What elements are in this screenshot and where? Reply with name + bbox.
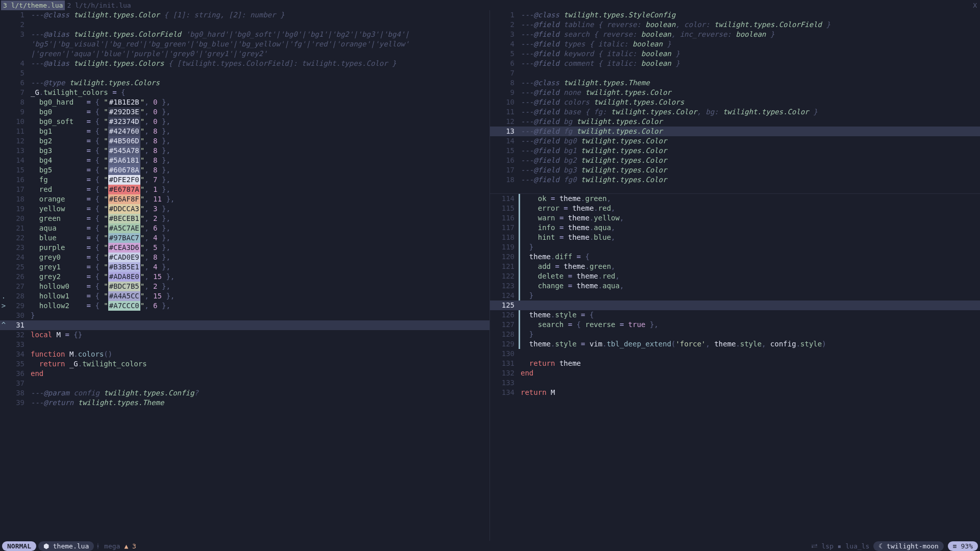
line-content[interactable]: function M.colors() <box>31 349 489 359</box>
code-line[interactable]: 13---@field fg twilight.types.Color <box>490 127 980 136</box>
code-line[interactable]: 19 yellow = { "#DDCCA3", 3 }, <box>0 204 489 214</box>
line-content[interactable]: blue = { "#97BAC7", 4 }, <box>31 233 489 243</box>
line-content[interactable]: ---@field bg2 twilight.types.Color <box>521 156 980 165</box>
line-content[interactable]: _G.twilight_colors = { <box>31 88 489 97</box>
code-line[interactable]: 11 bg1 = { "#424760", 8 }, <box>0 127 489 136</box>
code-line[interactable]: ^31 <box>0 320 489 330</box>
code-line[interactable]: 7 <box>490 68 980 78</box>
code-line[interactable]: 39---@return twilight.types.Theme <box>0 398 489 408</box>
line-content[interactable]: error = theme.red, <box>519 204 980 213</box>
right-top-code[interactable]: 1---@class twilight.types.StyleConfig2--… <box>490 10 980 185</box>
line-content[interactable]: end <box>521 368 980 378</box>
code-line[interactable]: 116 warn = theme.yellow, <box>490 213 980 223</box>
code-line[interactable]: 24 grey0 = { "#CAD0E9", 8 }, <box>0 253 489 262</box>
line-content[interactable]: ---@field search { reverse: boolean, inc… <box>521 30 980 39</box>
line-content[interactable]: grey0 = { "#CAD0E9", 8 }, <box>31 253 489 262</box>
line-content[interactable]: hollow0 = { "#BDC7B5", 2 }, <box>31 282 489 291</box>
code-line[interactable]: 2---@field tabline { reverse: boolean, c… <box>490 20 980 30</box>
line-content[interactable]: ---@field fg twilight.types.Color <box>521 127 980 136</box>
code-line[interactable]: 23 purple = { "#CEA3D6", 5 }, <box>0 243 489 253</box>
line-content[interactable]: local M = {} <box>31 330 489 340</box>
code-line[interactable]: 14---@field bg0 twilight.types.Color <box>490 136 980 146</box>
code-line[interactable]: 133 <box>490 378 980 388</box>
code-line[interactable]: 125 <box>490 300 980 310</box>
line-content[interactable]: add = theme.green, <box>519 262 980 271</box>
left-pane[interactable]: 1---@class twilight.types.Color { [1]: s… <box>0 10 490 541</box>
code-line[interactable]: 117 info = theme.aqua, <box>490 223 980 233</box>
line-content[interactable]: ---@alias twilight.types.ColorField 'bg0… <box>31 30 489 39</box>
line-content[interactable]: ---@class twilight.types.Theme <box>521 78 980 88</box>
line-content[interactable]: ---@field colors twilight.types.Colors <box>521 97 980 107</box>
line-content[interactable]: } <box>31 311 489 320</box>
code-line[interactable]: 119 } <box>490 242 980 252</box>
line-content[interactable]: ---@param config twilight.types.Config? <box>31 388 489 398</box>
line-content[interactable]: bg4 = { "#5A6181", 8 }, <box>31 156 489 165</box>
line-content[interactable]: ---@alias twilight.types.Colors { [twili… <box>31 59 489 68</box>
tab-1[interactable]: 3 l/t/theme.lua <box>1 1 65 10</box>
tab-close-icon[interactable]: X <box>973 1 980 10</box>
file-pill[interactable]: ⬢ theme.lua <box>38 541 94 551</box>
code-line[interactable]: .28 hollow1 = { "#A4A5CC", 15 }, <box>0 291 489 301</box>
code-line[interactable]: 38---@param config twilight.types.Config… <box>0 388 489 398</box>
line-content[interactable]: ---@field tabline { reverse: boolean, co… <box>521 20 980 30</box>
code-line[interactable]: 3---@field search { reverse: boolean, in… <box>490 30 980 39</box>
line-content[interactable]: } <box>519 291 980 300</box>
code-line[interactable]: 118 hint = theme.blue, <box>490 233 980 242</box>
line-content[interactable]: theme.style = vim.tbl_deep_extend('force… <box>519 339 980 349</box>
code-line[interactable]: 131 return theme <box>490 359 980 368</box>
line-content[interactable]: warn = theme.yellow, <box>519 213 980 223</box>
code-line[interactable]: 1---@class twilight.types.Color { [1]: s… <box>0 10 489 20</box>
line-content[interactable]: end <box>31 369 489 379</box>
code-line[interactable]: 9---@field none twilight.types.Color <box>490 88 980 97</box>
line-content[interactable]: bg3 = { "#545A78", 8 }, <box>31 146 489 156</box>
code-line[interactable]: 122 delete = theme.red, <box>490 271 980 281</box>
code-line[interactable]: 4---@alias twilight.types.Colors { [twil… <box>0 59 489 68</box>
code-line[interactable]: 17---@field bg3 twilight.types.Color <box>490 165 980 175</box>
code-line[interactable]: 114 ok = theme.green, <box>490 194 980 204</box>
code-line[interactable]: >29 hollow2 = { "#A7CCC0", 6 }, <box>0 301 489 311</box>
colorscheme-pill[interactable]: ☾ twilight-moon <box>873 541 943 551</box>
code-line[interactable]: 36end <box>0 369 489 379</box>
line-content[interactable]: fg = { "#DFE2F0", 7 }, <box>31 175 489 185</box>
code-line[interactable]: 9 bg0 = { "#292D3E", 0 }, <box>0 107 489 117</box>
line-content[interactable]: info = theme.aqua, <box>519 223 980 233</box>
code-line[interactable]: 30} <box>0 311 489 320</box>
code-line[interactable]: 25 grey1 = { "#B3B5E1", 4 }, <box>0 262 489 272</box>
code-line[interactable]: 7_G.twilight_colors = { <box>0 88 489 97</box>
code-line[interactable]: 5 <box>0 68 489 78</box>
code-line[interactable]: 123 change = theme.aqua, <box>490 281 980 291</box>
line-content[interactable]: ---@field fg0 twilight.types.Color <box>521 175 980 185</box>
line-content[interactable]: orange = { "#E6AF8F", 11 }, <box>31 194 489 204</box>
line-content[interactable] <box>521 378 980 388</box>
line-content[interactable]: ---@class twilight.types.StyleConfig <box>521 10 980 20</box>
code-line[interactable]: 32local M = {} <box>0 330 489 340</box>
line-content[interactable]: yellow = { "#DDCCA3", 3 }, <box>31 204 489 214</box>
line-content[interactable]: bg5 = { "#60678A", 8 }, <box>31 165 489 175</box>
code-line[interactable]: 1---@class twilight.types.StyleConfig <box>490 10 980 20</box>
code-line[interactable]: 26 grey2 = { "#ADA8E0", 15 }, <box>0 272 489 282</box>
code-line[interactable]: 8 bg0_hard = { "#1B1E2B", 0 }, <box>0 97 489 107</box>
code-line[interactable]: 3---@alias twilight.types.ColorField 'bg… <box>0 30 489 39</box>
line-content[interactable]: red = { "#E6787A", 1 }, <box>31 185 489 194</box>
code-line[interactable]: 16 fg = { "#DFE2F0", 7 }, <box>0 175 489 185</box>
line-content[interactable]: ---@return twilight.types.Theme <box>31 398 489 408</box>
line-content[interactable]: delete = theme.red, <box>519 271 980 281</box>
line-content[interactable] <box>31 320 489 330</box>
line-content[interactable]: return _G.twilight_colors <box>31 359 489 369</box>
line-content[interactable]: ---@field keyword { italic: boolean } <box>521 49 980 59</box>
tab-2[interactable]: 2 l/t/h/init.lua <box>65 1 133 10</box>
line-content[interactable]: search = { reverse = true }, <box>519 320 980 330</box>
code-line[interactable]: 4---@field types { italic: boolean } <box>490 39 980 49</box>
line-content[interactable]: return theme <box>521 359 980 368</box>
line-content[interactable]: } <box>519 330 980 339</box>
code-line[interactable]: 124 } <box>490 291 980 300</box>
line-content[interactable]: green = { "#BECEB1", 2 }, <box>31 214 489 223</box>
line-content[interactable]: ---@field comment { italic: boolean } <box>521 59 980 68</box>
code-line[interactable]: 35 return _G.twilight_colors <box>0 359 489 369</box>
line-content[interactable] <box>31 340 489 349</box>
line-content[interactable]: grey1 = { "#B3B5E1", 4 }, <box>31 262 489 272</box>
code-line[interactable]: 132end <box>490 368 980 378</box>
code-line[interactable]: 6---@type twilight.types.Colors <box>0 78 489 88</box>
code-line[interactable]: 11---@field base { fg: twilight.types.Co… <box>490 107 980 117</box>
line-content[interactable]: hint = theme.blue, <box>519 233 980 242</box>
